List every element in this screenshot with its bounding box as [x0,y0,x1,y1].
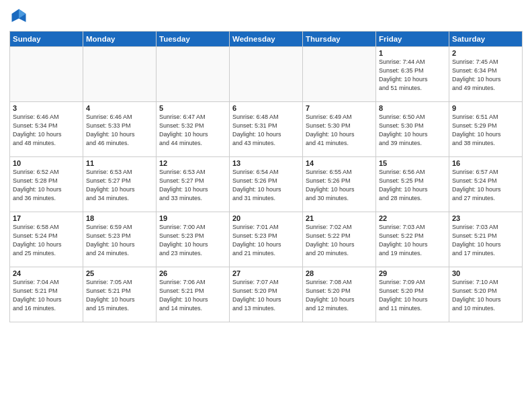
day-cell-9: 5Sunrise: 6:47 AM Sunset: 5:32 PM Daylig… [157,102,230,157]
logo [9,7,31,26]
weekday-header-friday: Friday [376,32,449,47]
weekday-header-row: SundayMondayTuesdayWednesdayThursdayFrid… [10,32,523,47]
day-cell-31: 27Sunrise: 7:07 AM Sunset: 5:20 PM Dayli… [230,267,303,322]
day-number: 10 [13,159,80,167]
day-info: Sunrise: 7:03 AM Sunset: 5:21 PM Dayligh… [452,223,519,258]
day-number: 26 [159,269,226,277]
day-number: 29 [379,269,446,277]
day-info: Sunrise: 6:59 AM Sunset: 5:23 PM Dayligh… [86,223,153,258]
weekday-header-monday: Monday [83,32,157,47]
day-number: 11 [86,159,153,167]
day-cell-7: 3Sunrise: 6:46 AM Sunset: 5:34 PM Daylig… [10,102,83,157]
day-cell-19: 15Sunrise: 6:56 AM Sunset: 5:25 PM Dayli… [376,157,449,212]
day-cell-12: 8Sunrise: 6:50 AM Sunset: 5:30 PM Daylig… [376,102,449,157]
day-number: 6 [232,104,300,112]
day-info: Sunrise: 6:47 AM Sunset: 5:32 PM Dayligh… [159,113,226,148]
day-info: Sunrise: 7:06 AM Sunset: 5:21 PM Dayligh… [159,278,226,313]
week-row-5: 24Sunrise: 7:04 AM Sunset: 5:21 PM Dayli… [10,267,523,322]
day-cell-14: 10Sunrise: 6:52 AM Sunset: 5:28 PM Dayli… [10,157,83,212]
day-number: 13 [232,159,300,167]
day-cell-21: 17Sunrise: 6:58 AM Sunset: 5:24 PM Dayli… [10,212,83,267]
day-cell-23: 19Sunrise: 7:00 AM Sunset: 5:23 PM Dayli… [157,212,230,267]
day-number: 24 [13,269,80,277]
day-cell-15: 11Sunrise: 6:53 AM Sunset: 5:27 PM Dayli… [83,157,157,212]
day-info: Sunrise: 7:05 AM Sunset: 5:21 PM Dayligh… [86,278,153,313]
day-number: 19 [159,214,226,222]
day-info: Sunrise: 6:54 AM Sunset: 5:26 PM Dayligh… [232,168,300,203]
day-number: 25 [86,269,153,277]
day-number: 15 [379,159,446,167]
day-info: Sunrise: 6:58 AM Sunset: 5:24 PM Dayligh… [13,223,80,258]
day-number: 1 [379,49,446,57]
day-cell-20: 16Sunrise: 6:57 AM Sunset: 5:24 PM Dayli… [449,157,523,212]
week-row-4: 17Sunrise: 6:58 AM Sunset: 5:24 PM Dayli… [10,212,523,267]
day-cell-0 [10,47,83,102]
day-cell-24: 20Sunrise: 7:01 AM Sunset: 5:23 PM Dayli… [230,212,303,267]
day-info: Sunrise: 6:52 AM Sunset: 5:28 PM Dayligh… [13,168,80,203]
day-info: Sunrise: 7:04 AM Sunset: 5:21 PM Dayligh… [13,278,80,313]
day-number: 21 [306,214,373,222]
day-info: Sunrise: 7:01 AM Sunset: 5:23 PM Dayligh… [232,223,300,258]
day-info: Sunrise: 7:02 AM Sunset: 5:22 PM Dayligh… [306,223,373,258]
day-info: Sunrise: 7:44 AM Sunset: 6:35 PM Dayligh… [379,58,446,93]
day-info: Sunrise: 6:53 AM Sunset: 5:27 PM Dayligh… [86,168,153,203]
day-cell-22: 18Sunrise: 6:59 AM Sunset: 5:23 PM Dayli… [83,212,157,267]
day-cell-6: 2Sunrise: 7:45 AM Sunset: 6:34 PM Daylig… [449,47,523,102]
day-cell-27: 23Sunrise: 7:03 AM Sunset: 5:21 PM Dayli… [449,212,523,267]
day-number: 20 [232,214,300,222]
day-cell-2 [157,47,230,102]
day-cell-13: 9Sunrise: 6:51 AM Sunset: 5:29 PM Daylig… [449,102,523,157]
weekday-header-wednesday: Wednesday [230,32,303,47]
day-info: Sunrise: 6:48 AM Sunset: 5:31 PM Dayligh… [232,113,300,148]
day-number: 8 [379,104,446,112]
day-info: Sunrise: 6:46 AM Sunset: 5:34 PM Dayligh… [13,113,80,148]
day-number: 7 [306,104,373,112]
day-cell-29: 25Sunrise: 7:05 AM Sunset: 5:21 PM Dayli… [83,267,157,322]
day-info: Sunrise: 6:49 AM Sunset: 5:30 PM Dayligh… [306,113,373,148]
day-number: 17 [13,214,80,222]
week-row-2: 3Sunrise: 6:46 AM Sunset: 5:34 PM Daylig… [10,102,523,157]
day-number: 16 [452,159,519,167]
header [9,7,523,26]
day-cell-33: 29Sunrise: 7:09 AM Sunset: 5:20 PM Dayli… [376,267,449,322]
day-info: Sunrise: 6:56 AM Sunset: 5:25 PM Dayligh… [379,168,446,203]
day-number: 28 [306,269,373,277]
week-row-3: 10Sunrise: 6:52 AM Sunset: 5:28 PM Dayli… [10,157,523,212]
day-cell-26: 22Sunrise: 7:03 AM Sunset: 5:22 PM Dayli… [376,212,449,267]
calendar-table: SundayMondayTuesdayWednesdayThursdayFrid… [9,31,523,322]
day-number: 14 [306,159,373,167]
day-cell-1 [83,47,157,102]
day-cell-17: 13Sunrise: 6:54 AM Sunset: 5:26 PM Dayli… [230,157,303,212]
day-number: 23 [452,214,519,222]
logo-icon [9,7,28,26]
day-info: Sunrise: 7:00 AM Sunset: 5:23 PM Dayligh… [159,223,226,258]
day-info: Sunrise: 6:53 AM Sunset: 5:27 PM Dayligh… [159,168,226,203]
day-cell-18: 14Sunrise: 6:55 AM Sunset: 5:26 PM Dayli… [303,157,376,212]
day-info: Sunrise: 7:09 AM Sunset: 5:20 PM Dayligh… [379,278,446,313]
page: SundayMondayTuesdayWednesdayThursdayFrid… [0,0,532,411]
day-info: Sunrise: 7:10 AM Sunset: 5:20 PM Dayligh… [452,278,519,313]
day-info: Sunrise: 7:07 AM Sunset: 5:20 PM Dayligh… [232,278,300,313]
day-info: Sunrise: 6:46 AM Sunset: 5:33 PM Dayligh… [86,113,153,148]
day-number: 2 [452,49,519,57]
day-cell-28: 24Sunrise: 7:04 AM Sunset: 5:21 PM Dayli… [10,267,83,322]
day-number: 22 [379,214,446,222]
week-row-1: 1Sunrise: 7:44 AM Sunset: 6:35 PM Daylig… [10,47,523,102]
day-cell-34: 30Sunrise: 7:10 AM Sunset: 5:20 PM Dayli… [449,267,523,322]
weekday-header-tuesday: Tuesday [157,32,230,47]
day-info: Sunrise: 6:51 AM Sunset: 5:29 PM Dayligh… [452,113,519,148]
day-info: Sunrise: 6:57 AM Sunset: 5:24 PM Dayligh… [452,168,519,203]
day-cell-25: 21Sunrise: 7:02 AM Sunset: 5:22 PM Dayli… [303,212,376,267]
day-info: Sunrise: 7:03 AM Sunset: 5:22 PM Dayligh… [379,223,446,258]
day-cell-30: 26Sunrise: 7:06 AM Sunset: 5:21 PM Dayli… [157,267,230,322]
day-number: 9 [452,104,519,112]
day-info: Sunrise: 7:45 AM Sunset: 6:34 PM Dayligh… [452,58,519,93]
weekday-header-saturday: Saturday [449,32,523,47]
day-info: Sunrise: 6:55 AM Sunset: 5:26 PM Dayligh… [306,168,373,203]
weekday-header-thursday: Thursday [303,32,376,47]
day-cell-16: 12Sunrise: 6:53 AM Sunset: 5:27 PM Dayli… [157,157,230,212]
day-number: 30 [452,269,519,277]
day-number: 4 [86,104,153,112]
day-info: Sunrise: 7:08 AM Sunset: 5:20 PM Dayligh… [306,278,373,313]
day-number: 12 [159,159,226,167]
